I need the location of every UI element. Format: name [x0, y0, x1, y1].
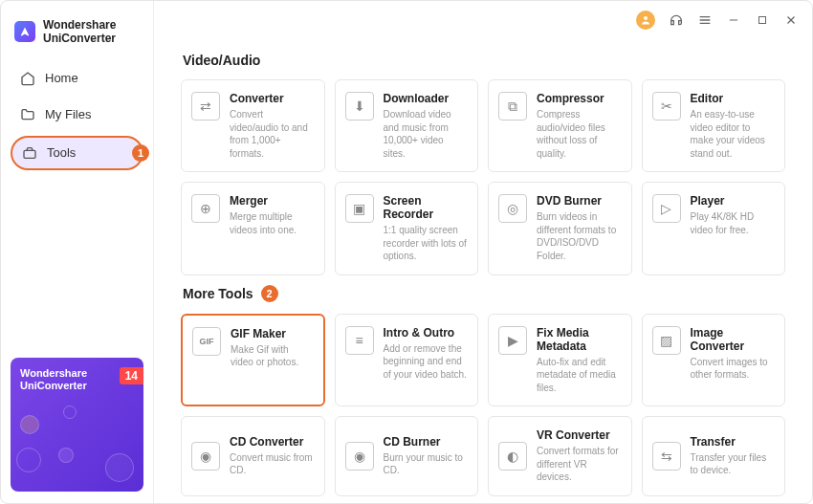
card-desc: Download video and music from 10,000+ vi… — [384, 108, 469, 160]
scissors-icon: ✂ — [652, 92, 681, 121]
cd-icon: ◉ — [191, 442, 220, 471]
card-title: CD Converter — [230, 435, 315, 449]
sidebar-item-home[interactable]: Home — [11, 63, 143, 94]
brand: Wondershare UniConverter — [11, 12, 143, 63]
card-title: Player — [691, 194, 776, 208]
menu-icon[interactable] — [697, 12, 713, 28]
avatar[interactable] — [636, 11, 655, 30]
card-title: Compressor — [537, 92, 622, 105]
tool-card-editor[interactable]: ✂ Editor An easy-to-use video editor to … — [642, 79, 786, 172]
card-desc: Compress audio/video files without loss … — [537, 108, 622, 160]
tool-card-player[interactable]: ▷ Player Play 4K/8K HD video for free. — [642, 182, 786, 275]
content-scroll[interactable]: Video/Audio ⇄ Converter Convert video/au… — [154, 39, 812, 503]
screen-icon: ▣ — [345, 194, 374, 223]
card-title: Transfer — [691, 435, 776, 449]
svg-point-1 — [644, 16, 648, 20]
card-title: Editor — [691, 92, 776, 105]
card-desc: Convert images to other formats. — [691, 356, 776, 382]
card-desc: Transfer your files to device. — [691, 451, 776, 477]
sidebar-item-label: Home — [45, 71, 78, 85]
tool-card-dvd-burner[interactable]: ◎ DVD Burner Burn videos in different fo… — [488, 182, 632, 275]
play-icon: ▷ — [652, 194, 681, 223]
sidebar-item-label: My Files — [45, 107, 91, 121]
tool-card-transfer[interactable]: ⇆ Transfer Transfer your files to device… — [642, 416, 786, 496]
folder-icon — [20, 107, 35, 122]
tool-card-gif-maker[interactable]: GIF GIF Maker Make Gif with video or pho… — [181, 314, 325, 407]
tool-card-merger[interactable]: ⊕ Merger Merge multiple videos into one. — [181, 182, 325, 275]
minimize-icon[interactable] — [726, 12, 741, 28]
card-title: Image Converter — [691, 326, 776, 353]
grid-video-audio: ⇄ Converter Convert video/audio to and f… — [181, 79, 785, 275]
card-title: Merger — [230, 194, 315, 208]
vr-icon: ◐ — [498, 442, 527, 471]
annotation-badge-2: 2 — [261, 285, 278, 302]
brand-logo-icon — [14, 21, 35, 42]
card-desc: Play 4K/8K HD video for free. — [691, 210, 776, 236]
intro-icon: ≡ — [345, 326, 374, 355]
sidebar-item-label: Tools — [47, 145, 76, 160]
merge-icon: ⊕ — [191, 194, 220, 223]
compress-icon: ⧉ — [498, 92, 527, 121]
titlebar — [154, 1, 812, 39]
headset-icon[interactable] — [669, 12, 684, 28]
annotation-badge-1: 1 — [132, 144, 149, 162]
promo-card[interactable]: Wondershare UniConverter 14 — [11, 358, 143, 492]
converter-icon: ⇄ — [191, 92, 220, 121]
section-title-video-audio: Video/Audio — [183, 53, 785, 68]
tool-card-fix-metadata[interactable]: ▶ Fix Media Metadata Auto-fix and edit m… — [488, 314, 632, 407]
gif-icon: GIF — [192, 327, 221, 356]
card-title: Intro & Outro — [384, 326, 469, 340]
card-title: CD Burner — [384, 435, 469, 449]
card-desc: Burn your music to CD. — [384, 451, 469, 477]
sidebar-item-tools[interactable]: Tools 1 — [11, 136, 143, 170]
sidebar: Wondershare UniConverter Home My Files T… — [1, 1, 154, 503]
image-icon: ▨ — [652, 326, 681, 355]
card-desc: Auto-fix and edit metadate of media file… — [537, 356, 622, 395]
card-desc: An easy-to-use video editor to make your… — [691, 108, 776, 160]
card-desc: Convert formats for different VR devices… — [537, 445, 622, 484]
tool-card-downloader[interactable]: ⬇ Downloader Download video and music fr… — [335, 79, 479, 172]
tool-card-intro-outro[interactable]: ≡ Intro & Outro Add or remove the beginn… — [335, 314, 479, 407]
close-icon[interactable] — [783, 12, 799, 28]
svg-rect-6 — [759, 17, 766, 24]
card-title: Converter — [230, 92, 315, 105]
brand-text: Wondershare UniConverter — [43, 18, 116, 46]
main-area: Video/Audio ⇄ Converter Convert video/au… — [154, 1, 812, 503]
svg-rect-0 — [24, 150, 35, 158]
card-title: Fix Media Metadata — [537, 326, 622, 353]
tool-card-cd-converter[interactable]: ◉ CD Converter Convert music from CD. — [181, 416, 325, 496]
card-desc: Convert music from CD. — [230, 451, 315, 477]
disc-icon: ◎ — [498, 194, 527, 223]
tool-card-compressor[interactable]: ⧉ Compressor Compress audio/video files … — [488, 79, 632, 172]
tool-card-cd-burner[interactable]: ◉ CD Burner Burn your music to CD. — [335, 416, 479, 496]
sidebar-item-myfiles[interactable]: My Files — [11, 99, 143, 130]
card-desc: Burn videos in different formats to DVD/… — [537, 210, 622, 262]
download-icon: ⬇ — [345, 92, 374, 121]
metadata-icon: ▶ — [498, 326, 527, 355]
transfer-icon: ⇆ — [652, 442, 681, 471]
grid-more-tools: GIF GIF Maker Make Gif with video or pho… — [181, 314, 785, 496]
cd-burn-icon: ◉ — [345, 442, 374, 471]
card-desc: Make Gif with video or photos. — [231, 343, 314, 369]
home-icon — [20, 71, 35, 86]
tool-card-image-converter[interactable]: ▨ Image Converter Convert images to othe… — [642, 314, 786, 407]
tool-card-converter[interactable]: ⇄ Converter Convert video/audio to and f… — [181, 79, 325, 172]
tool-card-screen-recorder[interactable]: ▣ Screen Recorder 1:1 quality screen rec… — [335, 182, 479, 275]
card-title: Downloader — [384, 92, 469, 105]
toolbox-icon — [22, 145, 37, 161]
card-desc: Merge multiple videos into one. — [230, 210, 315, 236]
card-desc: Add or remove the beginning and end of y… — [384, 342, 469, 382]
card-desc: Convert video/audio to and from 1,000+ f… — [230, 108, 315, 160]
card-title: GIF Maker — [231, 327, 314, 340]
maximize-icon[interactable] — [755, 12, 770, 28]
promo-decoration — [11, 358, 143, 492]
card-title: VR Converter — [537, 428, 622, 442]
card-desc: 1:1 quality screen recorder with lots of… — [384, 224, 469, 263]
tool-card-vr-converter[interactable]: ◐ VR Converter Convert formats for diffe… — [488, 416, 632, 496]
section-title-more-tools: More Tools 2 — [183, 285, 785, 302]
card-title: Screen Recorder — [384, 194, 469, 221]
card-title: DVD Burner — [537, 194, 622, 208]
